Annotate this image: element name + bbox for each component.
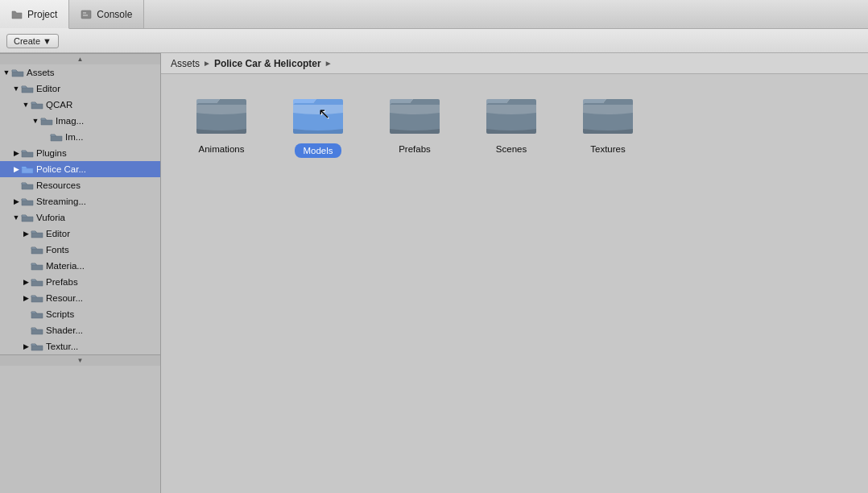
folder-big-icon-models [289,90,347,139]
file-item-models[interactable]: Models↖ [282,90,354,158]
tree-arrow-plugins[interactable] [11,149,21,157]
sidebar-item-label-streaming: Streaming... [36,197,86,206]
sidebar-item-im[interactable]: Im... [0,129,160,145]
tree-arrow-vuforia[interactable] [11,213,21,222]
content-area: Assets ► Police Car & Helicopter ► Anima… [161,53,868,493]
tab-bar: Project Console [0,0,868,29]
file-label-scenes: Scenes [496,144,527,154]
folder-icon-imag [40,116,53,126]
folder-icon-plugins [21,148,34,158]
folder-icon-qcar [31,100,43,110]
sidebar-item-label-textur: Textur... [46,342,78,351]
sidebar-item-label-editor2: Editor [46,229,70,238]
folder-icon-fonts [31,245,43,255]
file-item-prefabs[interactable]: Prefabs [378,90,451,158]
folder-icon-prefabs [31,277,43,287]
file-item-animations[interactable]: Animations [185,90,258,158]
folder-icon-vuforia [21,213,34,222]
tree-arrow-qcar[interactable] [21,101,31,109]
folder-big-icon-scenes [482,90,540,139]
sidebar-item-materia[interactable]: Materia... [0,258,160,274]
sidebar-item-editor[interactable]: Editor [0,81,160,97]
sidebar-item-label-shader: Shader... [46,325,83,335]
main-layout: ▲ Assets Editor QCAR Imag... Im... Plugi… [0,53,868,493]
toolbar: Create ▼ [0,29,868,53]
tree-container: Assets Editor QCAR Imag... Im... Plugins… [0,64,160,354]
tab-project[interactable]: Project [0,0,69,29]
tree-arrow-editor2[interactable] [21,230,31,238]
sidebar-item-editor2[interactable]: Editor [0,226,160,242]
sidebar-item-label-im: Im... [65,132,83,142]
breadcrumb: Assets ► Police Car & Helicopter ► [161,53,868,74]
folder-icon-shader [31,325,43,335]
sidebar-item-prefabs[interactable]: Prefabs [0,274,160,290]
file-label-prefabs: Prefabs [399,144,431,154]
folder-icon-police-car [21,164,34,174]
sidebar: ▲ Assets Editor QCAR Imag... Im... Plugi… [0,53,161,493]
tree-arrow-editor[interactable] [11,85,21,93]
sidebar-item-qcar[interactable]: QCAR [0,97,160,113]
sidebar-item-assets[interactable]: Assets [0,64,160,81]
sidebar-item-label-resour2: Resour... [46,293,83,303]
tree-arrow-streaming[interactable] [11,197,21,205]
files-grid: Animations Models↖ Prefabs Scenes [161,74,868,493]
tree-arrow-assets[interactable] [2,68,11,77]
sidebar-item-label-prefabs: Prefabs [46,277,78,287]
folder-icon-textur [31,342,43,351]
tab-project-label: Project [27,9,57,20]
file-item-textures[interactable]: Textures [572,90,644,158]
folder-icon-resources [21,180,34,190]
folder-big-icon-animations [192,90,250,139]
sidebar-item-label-materia: Materia... [46,261,85,271]
sidebar-item-label-assets: Assets [27,68,55,77]
sidebar-item-label-editor: Editor [36,84,60,93]
sidebar-item-police-car[interactable]: Police Car... [0,161,160,177]
breadcrumb-sep1: ► [203,59,211,68]
sidebar-item-label-resources: Resources [36,180,81,190]
sidebar-item-vuforia[interactable]: Vuforia [0,209,160,226]
console-tab-icon [81,9,92,20]
breadcrumb-sep2: ► [324,59,333,68]
folder-big-icon-prefabs [386,90,444,139]
sidebar-item-imag[interactable]: Imag... [0,113,160,129]
sidebar-item-resour2[interactable]: Resour... [0,290,160,306]
sidebar-item-textur[interactable]: Textur... [0,338,160,354]
svg-rect-0 [81,10,91,19]
tree-arrow-police-car[interactable] [11,165,21,173]
sidebar-item-label-scripts: Scripts [46,309,74,319]
folder-icon-editor [21,84,34,93]
file-label-animations: Animations [199,144,245,154]
sidebar-item-streaming[interactable]: Streaming... [0,193,160,209]
scroll-up-button[interactable]: ▲ [0,53,160,64]
folder-icon-editor2 [31,229,43,238]
file-label-textures: Textures [590,144,625,154]
sidebar-item-plugins[interactable]: Plugins [0,145,160,161]
sidebar-item-label-imag: Imag... [56,116,84,126]
create-arrow: ▼ [43,36,52,46]
folder-icon-resour2 [31,293,43,303]
folder-icon-im [50,132,63,142]
folder-icon-scripts [31,309,43,319]
tree-arrow-textur[interactable] [21,342,31,350]
folder-icon-materia [31,261,43,271]
sidebar-item-label-fonts: Fonts [46,245,69,255]
create-button[interactable]: Create ▼ [6,34,59,48]
file-item-scenes[interactable]: Scenes [475,90,548,158]
breadcrumb-root[interactable]: Assets [171,58,200,69]
scroll-down-button[interactable]: ▼ [0,354,160,366]
folder-icon-assets [11,68,24,77]
tree-arrow-imag[interactable] [31,117,40,125]
folder-tab-icon [11,9,23,20]
tree-arrow-resour2[interactable] [21,294,31,302]
sidebar-item-resources[interactable]: Resources [0,177,160,193]
sidebar-item-label-plugins: Plugins [36,148,67,158]
sidebar-item-label-vuforia: Vuforia [36,213,65,222]
sidebar-item-fonts[interactable]: Fonts [0,242,160,258]
sidebar-item-scripts[interactable]: Scripts [0,306,160,322]
folder-big-icon-textures [579,90,637,139]
tab-console[interactable]: Console [69,0,144,28]
sidebar-item-label-police-car: Police Car... [36,164,86,174]
breadcrumb-current[interactable]: Police Car & Helicopter [214,58,321,69]
sidebar-item-shader[interactable]: Shader... [0,322,160,338]
tree-arrow-prefabs[interactable] [21,278,31,286]
